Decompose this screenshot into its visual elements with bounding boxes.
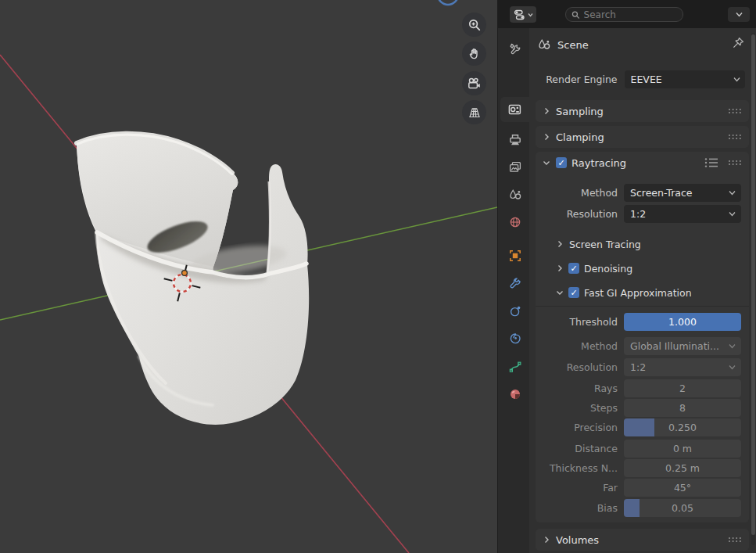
- denoising-checkbox[interactable]: ✓: [568, 263, 579, 274]
- raytracing-method-dropdown[interactable]: Screen-Trace: [624, 184, 741, 202]
- chevron-down-icon: [729, 211, 736, 217]
- steps-field[interactable]: 8: [624, 399, 741, 417]
- tab-constraints[interactable]: [500, 327, 529, 350]
- viewport-scene: [0, 0, 497, 553]
- search-box[interactable]: [565, 7, 683, 22]
- rays-field[interactable]: 2: [624, 379, 741, 397]
- raytracing-header[interactable]: ✓ Raytracing: [536, 152, 749, 174]
- steps-row: Steps 8: [536, 398, 749, 417]
- fast-gi-checkbox[interactable]: ✓: [568, 287, 579, 298]
- pin-button[interactable]: [731, 36, 745, 53]
- subpanel-title: Denoising: [584, 263, 632, 275]
- far-field[interactable]: 45°: [624, 479, 741, 497]
- fastgi-method-dropdown[interactable]: Global Illuminati...: [624, 337, 741, 355]
- chevron-right-icon: [543, 107, 550, 115]
- tab-view-layer[interactable]: [500, 156, 529, 179]
- search-icon: [571, 10, 580, 20]
- subpanel-title: Fast GI Approximation: [584, 287, 692, 299]
- thickness-field[interactable]: 0.25 m: [624, 459, 741, 477]
- 3d-model: [77, 134, 309, 425]
- camera-view-button[interactable]: [462, 71, 486, 95]
- thickness-row: Thickness N... 0.25 m: [536, 458, 749, 477]
- divider: [536, 306, 749, 307]
- list-icon[interactable]: [704, 157, 719, 168]
- world-icon: [508, 215, 522, 229]
- tab-scene[interactable]: [500, 183, 529, 206]
- method-value: Screen-Trace: [630, 187, 693, 199]
- panel-raytracing: ✓ Raytracing Method Screen-Trace: [536, 152, 749, 522]
- filter-dropdown-button[interactable]: [728, 7, 750, 22]
- bias-row: Bias 0.05: [536, 498, 749, 517]
- tab-output[interactable]: [500, 128, 529, 152]
- pan-button[interactable]: [462, 41, 486, 66]
- raytracing-resolution-dropdown[interactable]: 1:2: [624, 205, 741, 223]
- tab-material[interactable]: [500, 382, 529, 406]
- scrollbar-thumb[interactable]: [751, 34, 755, 535]
- subpanel-fast-gi[interactable]: ✓ Fast GI Approximation: [536, 283, 749, 302]
- subpanel-screen-tracing[interactable]: Screen Tracing: [536, 235, 749, 253]
- physics-icon: [508, 304, 522, 318]
- distance-field[interactable]: 0 m: [624, 440, 741, 458]
- chevron-down-icon: [543, 159, 550, 167]
- pin-icon: [731, 36, 745, 50]
- threshold-slider[interactable]: 1.000: [624, 313, 741, 331]
- drag-grip-icon[interactable]: [728, 537, 742, 543]
- subpanel-title: Screen Tracing: [569, 239, 641, 250]
- breadcrumb-scene-label[interactable]: Scene: [557, 39, 589, 51]
- method-value: Global Illuminati...: [630, 340, 719, 352]
- fastgi-resolution-dropdown[interactable]: 1:2: [624, 358, 741, 376]
- editor-type-button[interactable]: [510, 6, 536, 23]
- render-engine-row: Render Engine EEVEE: [529, 70, 745, 88]
- panel-title: Sampling: [556, 106, 604, 117]
- properties-editor-icon: [514, 9, 527, 21]
- tab-object-data[interactable]: [500, 355, 529, 379]
- fastgi-resolution-row: Resolution 1:2: [536, 357, 749, 376]
- slider-fill: [624, 418, 654, 436]
- bias-slider[interactable]: 0.05: [624, 499, 741, 517]
- tab-object[interactable]: [500, 244, 529, 268]
- precision-row: Precision 0.250: [536, 418, 749, 436]
- tab-physics[interactable]: [500, 300, 529, 323]
- tab-world[interactable]: [500, 210, 529, 234]
- output-printer-icon: [508, 133, 522, 147]
- precision-slider[interactable]: 0.250: [624, 418, 741, 436]
- perspective-toggle-button[interactable]: [462, 100, 486, 124]
- scene-breadcrumb-icon: [537, 38, 551, 52]
- drag-grip-icon[interactable]: [728, 108, 742, 114]
- tab-tool[interactable]: [500, 38, 529, 61]
- chevron-down-icon: [736, 12, 743, 17]
- properties-header: [498, 0, 756, 28]
- panel-sampling[interactable]: Sampling: [536, 100, 749, 122]
- panel-volumes[interactable]: Volumes: [536, 529, 749, 551]
- chevron-right-icon: [543, 133, 550, 141]
- scene-icon: [508, 188, 522, 202]
- resolution-value: 1:2: [630, 208, 646, 220]
- method-label: Method: [536, 340, 618, 352]
- 3d-viewport[interactable]: [0, 0, 497, 553]
- object-properties-icon: [508, 249, 522, 263]
- properties-scrollbar[interactable]: [751, 33, 755, 545]
- render-engine-value: EEVEE: [631, 74, 662, 85]
- raytracing-checkbox[interactable]: ✓: [556, 157, 567, 168]
- rays-value: 2: [679, 382, 686, 394]
- wrench-icon: [508, 276, 522, 290]
- search-input[interactable]: [584, 9, 677, 20]
- subpanel-denoising[interactable]: ✓ Denoising: [536, 259, 749, 278]
- threshold-value: 1.000: [668, 316, 697, 328]
- tool-icon: [508, 42, 522, 56]
- render-engine-label: Render Engine: [529, 74, 618, 85]
- chevron-right-icon: [556, 240, 564, 248]
- grid-icon: [468, 106, 482, 120]
- object-origin-dot: [182, 271, 188, 276]
- tab-modifiers[interactable]: [500, 271, 529, 295]
- panel-clamping[interactable]: Clamping: [536, 126, 749, 148]
- zoom-button[interactable]: [462, 13, 486, 37]
- tab-render[interactable]: [500, 97, 529, 122]
- drag-grip-icon[interactable]: [728, 134, 742, 140]
- curve-data-icon: [508, 360, 522, 374]
- drag-grip-icon[interactable]: [728, 160, 742, 166]
- fastgi-method-row: Method Global Illuminati...: [536, 336, 749, 355]
- render-engine-dropdown[interactable]: EEVEE: [625, 70, 745, 88]
- threshold-row: Threshold 1.000: [536, 312, 749, 331]
- properties-editor: Scene Render Engine EEVEE: [497, 0, 756, 553]
